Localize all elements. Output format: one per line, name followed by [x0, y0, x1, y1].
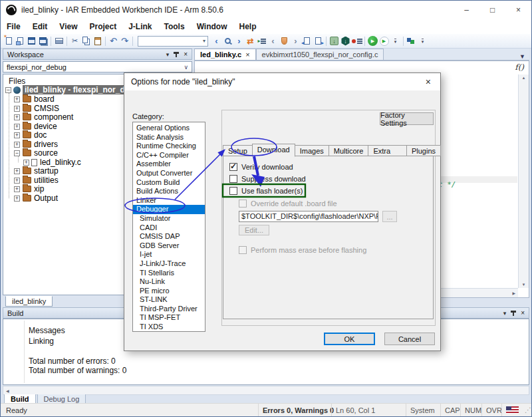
tab-close-icon[interactable]: × [245, 51, 249, 59]
run-no-debug-icon[interactable]: ▶ [378, 35, 390, 47]
next-document-icon[interactable] [313, 35, 324, 47]
panel-menu-icon[interactable]: ▾ [166, 51, 170, 58]
expand-icon[interactable]: + [14, 142, 20, 148]
category-item[interactable]: Linker [133, 196, 205, 206]
expand-icon[interactable]: + [14, 96, 20, 102]
search-forward-icon[interactable]: › [233, 35, 245, 47]
bookmark-shield-icon[interactable] [279, 35, 290, 47]
save-icon[interactable] [26, 35, 37, 47]
menu-help[interactable]: Help [233, 22, 263, 31]
redo-icon[interactable]: ↷ [119, 35, 130, 47]
category-item[interactable]: GDB Server [133, 241, 205, 251]
category-item[interactable]: C/C++ Compiler [133, 151, 205, 160]
toolbar-overflow-icon[interactable]: ▾ [390, 35, 401, 47]
download-flash-icon[interactable]: ↓ [329, 35, 340, 47]
collapse-icon[interactable]: − [5, 87, 11, 93]
menu-window[interactable]: Window [191, 22, 233, 31]
category-item[interactable]: TI XDS [133, 323, 205, 332]
menu-project[interactable]: Project [83, 22, 122, 31]
function-list-icon[interactable]: f() [515, 63, 524, 72]
tab-extra-options[interactable]: Extra Options [368, 145, 407, 156]
tab-list-icon[interactable]: ▼ [515, 53, 529, 60]
workspace-bottom-tab[interactable]: iled_blinky [5, 296, 53, 307]
category-item[interactable]: I-jet [133, 250, 205, 259]
category-item[interactable]: Simulator [133, 214, 205, 223]
expand-icon[interactable]: + [14, 106, 20, 112]
save-all-icon[interactable] [37, 35, 49, 47]
category-item[interactable]: TI MSP-FET [133, 313, 205, 323]
cancel-button[interactable]: Cancel [384, 333, 435, 345]
category-item[interactable]: Custom Build [133, 178, 205, 188]
suppress-download-checkbox[interactable] [229, 175, 237, 183]
category-item[interactable]: Assembler [133, 160, 205, 169]
category-item[interactable]: General Options [133, 124, 205, 133]
dialog-close-icon[interactable]: × [423, 76, 434, 87]
menu-tools[interactable]: Tools [158, 22, 191, 31]
category-item[interactable]: Build Actions [133, 187, 205, 196]
print-icon[interactable] [53, 35, 65, 47]
menu-edit[interactable]: Edit [27, 22, 54, 31]
minimize-button[interactable]: – [454, 1, 479, 19]
expand-icon[interactable]: + [14, 178, 20, 184]
panel-close-icon[interactable]: × [521, 309, 525, 317]
expand-icon[interactable]: + [14, 168, 20, 174]
menu-view[interactable]: View [53, 22, 83, 31]
run-icon[interactable]: ▶ [367, 35, 378, 47]
factory-settings-button[interactable]: Factory Settings [380, 112, 434, 125]
pin-icon[interactable] [511, 311, 516, 316]
configuration-selector[interactable]: flexspi_nor_debug ∨ [3, 61, 192, 72]
collapse-icon[interactable]: − [14, 150, 20, 156]
expand-icon[interactable]: + [14, 132, 20, 138]
category-item[interactable]: Runtime Checking [133, 142, 205, 151]
find-icon[interactable] [222, 35, 233, 47]
editor-tab-flexspi-config[interactable]: evkbimxrt1050_flexspi_nor_config.c [256, 49, 384, 60]
expand-icon[interactable]: + [14, 186, 20, 192]
tab-multicore[interactable]: Multicore [329, 145, 369, 156]
category-item-debugger[interactable]: Debugger [133, 205, 205, 214]
close-button[interactable]: × [505, 1, 531, 19]
open-document-icon[interactable] [15, 35, 26, 47]
breakpoints-icon[interactable] [351, 35, 362, 47]
category-item[interactable]: Static Analysis [133, 133, 205, 142]
menu-jlink[interactable]: J-Link [122, 22, 158, 31]
category-item[interactable]: Third-Party Driver [133, 305, 205, 314]
tab-images[interactable]: Images [295, 145, 329, 156]
editor-vscrollbar[interactable]: ▲▼ [518, 74, 529, 288]
search-back-icon[interactable]: ‹ [211, 35, 222, 47]
new-document-icon[interactable] [3, 35, 15, 47]
tab-download[interactable]: Download [252, 144, 295, 157]
category-item[interactable]: TI Stellaris [133, 269, 205, 278]
bookmark-next-icon[interactable]: › [290, 35, 301, 47]
bookmark-prev-icon[interactable]: ‹ [267, 35, 279, 47]
category-item[interactable]: CADI [133, 223, 205, 233]
resize-grip[interactable]: ⋰ [521, 404, 531, 416]
expand-icon[interactable]: + [14, 124, 20, 130]
category-item[interactable]: CMSIS DAP [133, 232, 205, 241]
panel-close-icon[interactable]: × [184, 51, 188, 58]
category-item[interactable]: J-Link/J-Trace [133, 259, 205, 269]
keyboard-flag-icon[interactable] [501, 404, 521, 416]
category-item[interactable]: PE micro [133, 287, 205, 296]
expand-icon[interactable]: + [23, 160, 29, 166]
panel-menu-icon[interactable]: ▾ [503, 310, 507, 317]
tab-plugins[interactable]: Plugins [406, 145, 441, 156]
use-flash-loader-checkbox[interactable] [229, 187, 237, 195]
category-item[interactable]: ST-LINK [133, 295, 205, 305]
board-file-input[interactable]: $TOOLKIT_DIR$\config\flashloader\NXP\Fla… [239, 211, 378, 222]
verify-download-checkbox[interactable] [229, 163, 237, 171]
quick-search-combo[interactable]: ▾ [138, 36, 208, 47]
expand-icon[interactable]: + [14, 196, 20, 202]
ok-button[interactable]: OK [324, 333, 375, 345]
previous-document-icon[interactable] [301, 35, 313, 47]
expand-icon[interactable]: + [14, 114, 20, 120]
cut-icon[interactable]: ✂ [69, 35, 80, 47]
pin-icon[interactable] [174, 52, 179, 57]
goto-function-icon[interactable]: ▸ [256, 35, 267, 47]
build-hscrollbar[interactable]: ◀ [3, 386, 529, 395]
category-item[interactable]: Nu-Link [133, 277, 205, 287]
toolbar-overflow2-icon[interactable]: ▾ [417, 35, 428, 47]
copy-icon[interactable] [80, 35, 92, 47]
menu-file[interactable]: File [1, 22, 27, 31]
category-item[interactable]: Output Converter [133, 169, 205, 178]
rtos-blocks-icon[interactable] [406, 35, 417, 47]
